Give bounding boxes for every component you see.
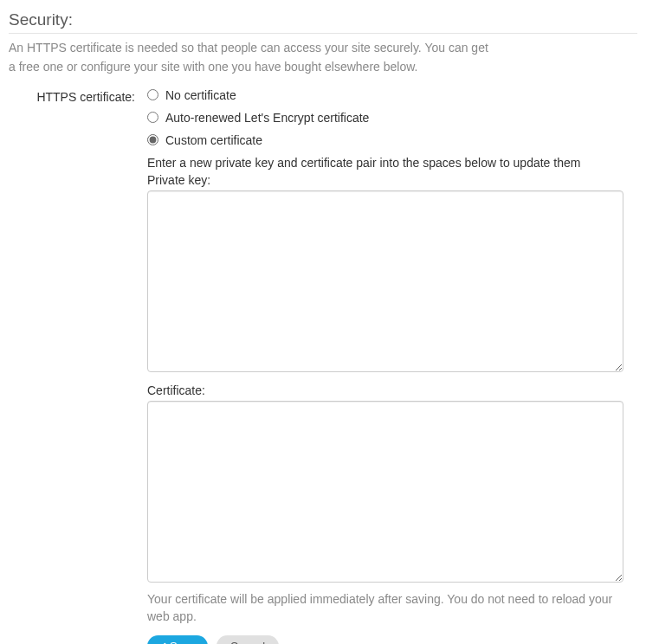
radio-input-custom-certificate[interactable] — [147, 134, 158, 145]
radio-option-custom-certificate[interactable]: Custom certificate — [147, 133, 623, 147]
certificate-label: Certificate: — [147, 383, 623, 397]
radio-label-letsencrypt: Auto-renewed Let's Encrypt certificate — [165, 111, 369, 125]
cancel-button[interactable]: Cancel — [216, 635, 279, 644]
section-description-line2: a free one or configure your site with o… — [9, 58, 637, 75]
save-button[interactable]: Save — [147, 635, 208, 644]
section-title-security: Security: — [9, 10, 637, 29]
custom-cert-instruction: Enter a new private key and certificate … — [147, 156, 623, 170]
save-button-label: Save — [170, 641, 196, 644]
certificate-textarea[interactable] — [147, 401, 623, 583]
https-certificate-label: HTTPS certificate: — [9, 88, 147, 104]
section-description-line1: An HTTPS certificate is needed so that p… — [9, 39, 637, 56]
radio-option-letsencrypt[interactable]: Auto-renewed Let's Encrypt certificate — [147, 111, 623, 125]
cancel-button-label: Cancel — [230, 641, 265, 644]
radio-input-no-certificate[interactable] — [147, 89, 158, 100]
certificate-help-text: Your certificate will be applied immedia… — [147, 590, 623, 626]
radio-label-custom-certificate: Custom certificate — [165, 133, 262, 147]
private-key-textarea[interactable] — [147, 190, 623, 372]
divider — [9, 33, 637, 34]
radio-label-no-certificate: No certificate — [165, 88, 236, 102]
private-key-label: Private key: — [147, 173, 623, 187]
radio-option-no-certificate[interactable]: No certificate — [147, 88, 623, 102]
radio-input-letsencrypt[interactable] — [147, 112, 158, 123]
